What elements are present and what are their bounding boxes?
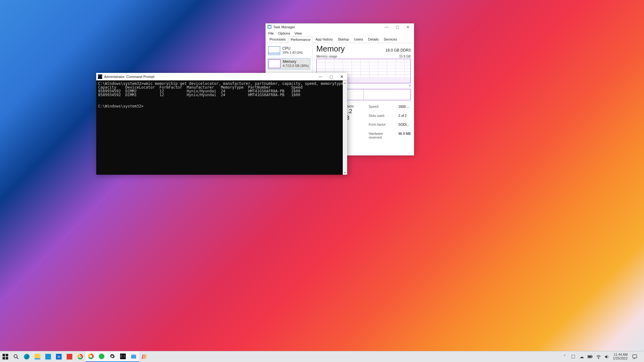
svg-rect-4 (3, 357, 5, 359)
taskbar-cmd-icon[interactable]: C:\ (118, 351, 128, 362)
tray-notifications-icon[interactable] (632, 354, 637, 359)
tray-security-icon[interactable] (570, 354, 576, 359)
tab-users[interactable]: Users (352, 36, 366, 43)
tab-services[interactable]: Services (381, 36, 399, 43)
command-prompt-window[interactable]: C:\ Administrator: Command Prompt — ▢ ✕ … (96, 73, 347, 175)
svg-point-13 (598, 358, 599, 359)
svg-rect-14 (633, 355, 637, 358)
svg-rect-9 (572, 355, 575, 358)
tray-volume-icon[interactable] (604, 354, 610, 359)
taskbar-app-icon-2[interactable] (139, 351, 150, 362)
memory-total: 16.0 GB DDR3 (386, 48, 411, 52)
cmd-minimize-button[interactable]: — (315, 73, 326, 80)
task-manager-menubar: File Options View (266, 30, 414, 36)
usage-max: 15.9 GB (399, 55, 411, 58)
cmd-close-button[interactable]: ✕ (336, 73, 347, 80)
kv-form-k: Form factor: (369, 123, 390, 130)
taskbar-canary-icon[interactable] (86, 351, 96, 362)
taskbar-store-icon[interactable] (43, 351, 53, 362)
search-icon[interactable] (11, 351, 21, 362)
svg-rect-8 (131, 355, 136, 359)
taskbar-edge-icon[interactable] (21, 351, 32, 362)
task-manager-icon (268, 25, 271, 29)
taskbar-mail-icon[interactable]: ✉ (53, 351, 64, 362)
svg-rect-5 (6, 357, 8, 359)
scroll-down-icon[interactable]: ▾ (343, 170, 347, 175)
svg-point-6 (14, 355, 17, 358)
tray-battery-icon[interactable] (587, 354, 593, 359)
start-button[interactable] (0, 351, 11, 362)
svg-rect-1 (268, 26, 271, 28)
usage-label: Memory usage (316, 55, 337, 58)
tab-startup[interactable]: Startup (335, 36, 351, 43)
kv-speed-v: 1600 ... (398, 105, 411, 112)
command-prompt-output: C:\Windows\system32>wmic memorychip get … (96, 80, 347, 109)
kv-speed-k: Speed: (369, 105, 390, 112)
task-manager-tabs: Processes Performance App history Startu… (266, 36, 414, 43)
svg-rect-12 (588, 356, 591, 358)
task-manager-titlebar[interactable]: Task Manager — ▢ ✕ (266, 24, 414, 30)
tray-onedrive-icon[interactable]: ☁ (579, 354, 584, 359)
graph-zero: 0 (409, 84, 411, 87)
tab-processes[interactable]: Processes (267, 36, 288, 43)
kv-slots-v: 2 of 2 (398, 114, 411, 122)
cpu-label: CPU (282, 47, 303, 51)
sidebar-item-cpu[interactable]: CPU 19% 1.43 GHz (268, 45, 310, 56)
menu-options[interactable]: Options (278, 31, 290, 35)
taskbar-settings-icon[interactable] (107, 351, 118, 362)
taskbar-taskmanager-icon[interactable] (128, 351, 139, 362)
cpu-sub: 19% 1.43 GHz (282, 51, 303, 55)
svg-rect-2 (3, 354, 5, 356)
tab-app-history[interactable]: App history (313, 36, 335, 43)
command-prompt-body[interactable]: C:\Windows\system32>wmic memorychip get … (96, 80, 347, 175)
kv-hw-v: 96.9 MB (398, 132, 411, 143)
svg-rect-11 (592, 356, 592, 358)
minimize-button[interactable]: — (381, 24, 392, 30)
svg-line-7 (17, 358, 19, 359)
taskbar-date: 1/25/2022 (613, 357, 628, 360)
kv-form-v: SODI... (398, 123, 411, 130)
taskbar-explorer-icon[interactable] (32, 351, 43, 362)
tray-wifi-icon[interactable] (596, 354, 601, 359)
memory-sub: 4.7/15.9 GB (30%) (283, 64, 309, 68)
taskbar-spotify-icon[interactable] (96, 351, 107, 362)
kv-hw-k: Hardware reserved: (369, 132, 390, 143)
tray-chevron-up-icon[interactable]: ˄ (562, 354, 567, 359)
cmd-maximize-button[interactable]: ▢ (326, 73, 336, 80)
menu-file[interactable]: File (268, 31, 274, 35)
task-manager-title: Task Manager (273, 25, 379, 29)
menu-view[interactable]: View (295, 31, 302, 35)
memory-label: Memory (283, 60, 309, 64)
cmd-scrollbar[interactable]: ▴ ▾ (343, 80, 347, 175)
performance-heading: Memory (316, 44, 345, 53)
sidebar-item-memory[interactable]: Memory 4.7/15.9 GB (30%) (268, 58, 310, 69)
maximize-button[interactable]: ▢ (392, 24, 402, 30)
close-button[interactable]: ✕ (402, 24, 413, 30)
svg-rect-3 (6, 354, 8, 356)
taskbar-chrome-icon[interactable] (75, 351, 86, 362)
taskbar[interactable]: ✉ C:\ ˄ ☁ 11:44 AM 1/25/2022 (0, 351, 644, 362)
kv-slots-k: Slots used: (369, 114, 390, 122)
tab-performance[interactable]: Performance (288, 36, 313, 43)
taskbar-clock[interactable]: 11:44 AM 1/25/2022 (613, 353, 629, 360)
memory-kv: Speed: 1600 ... Slots used: 2 of 2 Form … (369, 105, 411, 143)
command-prompt-icon: C:\ (98, 74, 102, 79)
scroll-up-icon[interactable]: ▴ (343, 80, 347, 85)
tab-details[interactable]: Details (366, 36, 381, 43)
command-prompt-title: Administrator: Command Prompt (104, 75, 313, 79)
taskbar-app-icon-1[interactable] (64, 351, 75, 362)
command-prompt-titlebar[interactable]: C:\ Administrator: Command Prompt — ▢ ✕ (96, 73, 347, 80)
